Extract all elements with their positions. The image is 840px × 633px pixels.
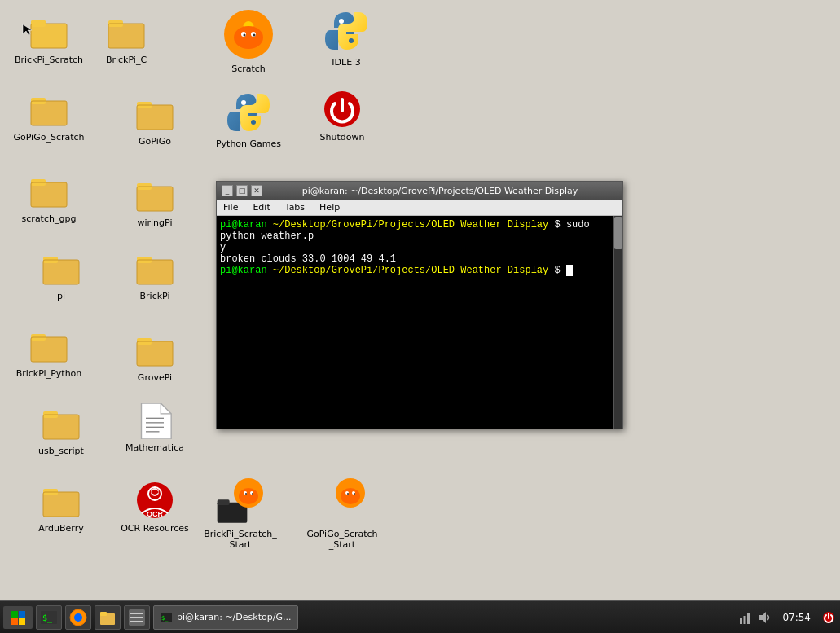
svg-rect-45 — [43, 415, 79, 439]
icon-gopigo[interactable]: GoPiGo — [118, 94, 191, 147]
taskbar-browser-icon[interactable] — [65, 605, 91, 630]
svg-rect-85 — [740, 618, 742, 624]
power-icon — [323, 90, 362, 129]
icon-python-games[interactable]: Python Games — [212, 90, 285, 149]
folder-icon — [29, 171, 68, 210]
terminal-minimize-button[interactable]: _ — [222, 185, 233, 196]
folder-icon — [29, 326, 68, 365]
svg-rect-52 — [43, 492, 79, 517]
icon-arduberry[interactable]: ArduBerry — [24, 481, 98, 534]
svg-text:$_: $_ — [42, 613, 53, 623]
terminal-window[interactable]: _ □ ✕ pi@karan: ~/Desktop/GrovePi/Projec… — [216, 181, 623, 429]
scratch-icon — [232, 477, 265, 509]
terminal-menu-help[interactable]: Help — [316, 202, 343, 213]
svg-point-65 — [245, 493, 247, 495]
icon-wiringpi[interactable]: wiringPi — [118, 175, 191, 228]
folder-icon — [135, 248, 174, 288]
terminal-content: pi@karan ~/Desktop/GrovePi/Projects/OLED… — [220, 219, 608, 276]
terminal-body[interactable]: pi@karan ~/Desktop/GrovePi/Projects/OLED… — [217, 216, 622, 429]
systray-volume-icon[interactable] — [756, 609, 772, 626]
systray-power-icon[interactable] — [820, 609, 837, 626]
svg-point-11 — [234, 26, 263, 49]
icon-brickpi-scratch[interactable]: BrickPi_Scratch — [12, 12, 86, 65]
svg-point-16 — [339, 19, 344, 24]
folder-icon — [42, 481, 81, 520]
icon-shutdown[interactable]: Shutdown — [306, 90, 379, 143]
terminal-menu-file[interactable]: File — [220, 202, 241, 213]
volume-icon — [757, 610, 772, 625]
icon-idle3[interactable]: IDLE 3 — [310, 8, 383, 68]
start-icon — [10, 609, 26, 626]
mouse-cursor — [21, 23, 34, 36]
terminal-scrollbar[interactable] — [613, 216, 622, 429]
taskbar-window-label: pi@karan: ~/Desktop/G... — [177, 612, 291, 622]
svg-rect-87 — [747, 613, 750, 624]
svg-marker-88 — [759, 612, 766, 623]
desktop: BrickPi_Scratch BrickPi_C S — [0, 0, 840, 600]
svg-point-71 — [347, 493, 349, 495]
network-icon — [737, 610, 752, 625]
taskbar-files-icon[interactable] — [95, 605, 121, 630]
taskbar-terminal-icon[interactable]: $_ — [36, 605, 62, 630]
terminal-title: pi@karan: ~/Desktop/GrovePi/Projects/OLE… — [262, 186, 618, 196]
svg-rect-27 — [31, 182, 67, 207]
svg-point-17 — [349, 38, 354, 43]
svg-rect-81 — [130, 617, 143, 618]
taskbar-clock: 07:54 — [776, 612, 817, 623]
scratch-icon — [334, 477, 367, 509]
svg-rect-60 — [218, 499, 230, 505]
svg-point-14 — [244, 34, 246, 37]
folder-icon — [107, 12, 146, 51]
systray-network-icon[interactable] — [737, 609, 753, 626]
browser-icon — [69, 609, 87, 626]
terminal-menu-edit[interactable]: Edit — [249, 202, 273, 213]
taskbar-settings-icon[interactable] — [124, 605, 150, 630]
icon-scratch[interactable]: S Scratch — [212, 8, 285, 74]
systray-power-icon — [821, 610, 836, 625]
svg-point-76 — [74, 613, 82, 622]
svg-text:OCR: OCR — [147, 510, 164, 518]
svg-point-24 — [241, 100, 246, 105]
terminal-window-controls[interactable]: _ □ ✕ — [222, 185, 262, 196]
icon-scratch-gpg[interactable]: scratch_gpg — [12, 171, 86, 224]
svg-rect-18 — [31, 101, 67, 125]
svg-rect-80 — [130, 613, 143, 614]
icon-brickpi-scratch-start[interactable]: BrickPi_Scratch_Start — [204, 477, 277, 550]
taskbar: $_ $_ pi@karan: ~/Desktop/G... — [0, 600, 840, 633]
folder-icon — [29, 90, 68, 129]
taskbar-start-area[interactable] — [3, 606, 33, 629]
scratch-icon: S — [222, 8, 275, 60]
files-icon — [99, 609, 117, 626]
terminal-scrollbar-thumb[interactable] — [614, 217, 622, 249]
terminal-menu-tabs[interactable]: Tabs — [282, 202, 308, 213]
svg-rect-42 — [137, 341, 173, 366]
icon-brickpi-c[interactable]: BrickPi_C — [90, 12, 163, 65]
folder-icon — [42, 403, 81, 442]
icon-brickpi[interactable]: BrickPi — [118, 248, 191, 301]
svg-point-25 — [251, 120, 256, 125]
icon-pi[interactable]: pi — [24, 248, 98, 301]
icon-brickpi-python[interactable]: BrickPi_Python — [12, 326, 86, 379]
icon-grovepi[interactable]: GrovePi — [118, 330, 191, 383]
icon-usb-script[interactable]: usb_script — [24, 403, 98, 456]
icon-ocr-resources[interactable]: OCR OCR Resources — [118, 481, 191, 534]
file-icon — [137, 403, 173, 439]
svg-rect-36 — [137, 260, 173, 284]
systray: 07:54 — [737, 609, 837, 626]
taskbar-terminal-task[interactable]: $_ pi@karan: ~/Desktop/G... — [153, 605, 298, 630]
icon-gopigo-scratch-start[interactable]: GoPiGo_Scratch_Start — [306, 477, 379, 550]
icon-mathematica[interactable]: Mathematica — [118, 403, 191, 453]
svg-rect-21 — [137, 105, 173, 130]
python-games-icon — [226, 90, 271, 135]
svg-rect-30 — [137, 187, 173, 211]
terminal-maximize-button[interactable]: □ — [236, 185, 248, 196]
python-icon — [323, 8, 369, 54]
folder-icon — [42, 248, 81, 288]
svg-text:$_: $_ — [161, 615, 169, 622]
svg-rect-1 — [31, 24, 67, 48]
ocr-icon: OCR — [135, 481, 174, 520]
svg-point-72 — [354, 493, 355, 495]
terminal-close-button[interactable]: ✕ — [251, 185, 262, 196]
settings-icon — [128, 609, 146, 626]
icon-gopigo-scratch[interactable]: GoPiGo_Scratch — [12, 90, 86, 143]
